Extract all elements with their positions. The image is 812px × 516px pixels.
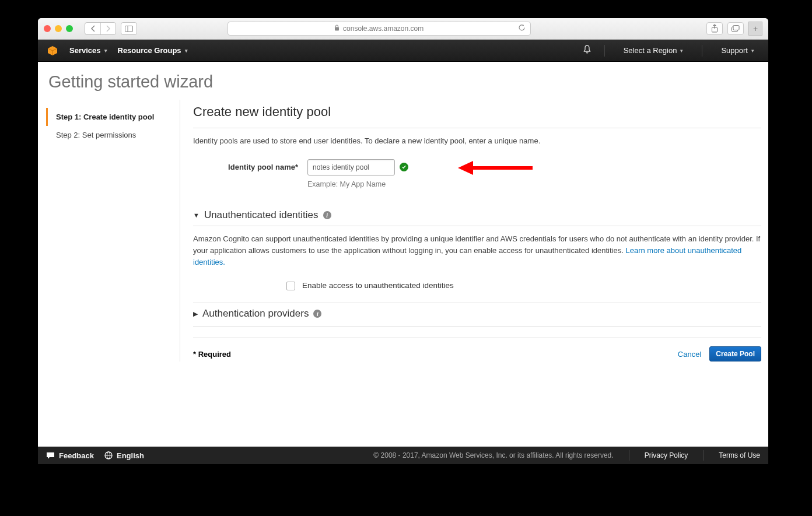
identity-pool-name-input[interactable]: [307, 159, 395, 175]
enable-unauth-label: Enable access to unauthenticated identit…: [302, 280, 454, 292]
page-title: Getting started wizard: [38, 62, 768, 100]
region-selector[interactable]: Select a Region ▾: [618, 46, 690, 55]
info-icon[interactable]: i: [313, 310, 321, 318]
chevron-down-icon: ▾: [751, 48, 754, 54]
resource-groups-label: Resource Groups: [118, 46, 181, 55]
show-sidebar-button[interactable]: [121, 22, 137, 35]
divider: [629, 450, 629, 461]
chevron-down-icon: ▾: [185, 48, 188, 54]
support-label: Support: [721, 46, 748, 55]
chrome-right: +: [706, 22, 762, 36]
window-controls: [44, 25, 73, 32]
divider: [193, 327, 761, 327]
wizard-steps-sidebar: Step 1: Create identity pool Step 2: Set…: [46, 100, 180, 361]
region-label: Select a Region: [624, 46, 677, 55]
example-hint: Example: My App Name: [307, 180, 395, 188]
feedback-button[interactable]: Feedback: [46, 451, 94, 460]
enable-unauth-row: Enable access to unauthenticated identit…: [193, 280, 761, 292]
divider: [604, 45, 605, 57]
browser-chrome: console.aws.amazon.com +: [38, 18, 768, 40]
section-heading: Create new identity pool: [193, 104, 761, 120]
unauthenticated-section-header[interactable]: ▼ Unauthenticated identities i: [193, 205, 761, 226]
aws-top-nav: Services ▾ Resource Groups ▾ Select a Re…: [38, 40, 768, 62]
terms-of-use-link[interactable]: Terms of Use: [719, 451, 760, 459]
info-icon[interactable]: i: [323, 211, 331, 219]
privacy-policy-link[interactable]: Privacy Policy: [645, 451, 688, 459]
language-label: English: [117, 451, 144, 460]
minimize-window-icon[interactable]: [55, 25, 62, 32]
enable-unauth-checkbox[interactable]: [286, 282, 295, 290]
chevron-down-icon: ▾: [680, 48, 683, 54]
tabs-button[interactable]: [727, 22, 744, 35]
lock-icon: [334, 24, 340, 33]
language-selector[interactable]: English: [104, 451, 144, 460]
svg-rect-2: [335, 27, 339, 31]
back-button[interactable]: [85, 23, 100, 34]
copyright-text: © 2008 - 2017, Amazon Web Services, Inc.…: [373, 451, 613, 459]
unauth-heading: Unauthenticated identities: [204, 209, 318, 221]
required-note: * Required: [193, 350, 231, 359]
chevron-down-icon: ▾: [104, 48, 107, 54]
svg-rect-5: [733, 26, 739, 30]
footer-bar: Feedback English © 2008 - 2017, Amazon W…: [38, 447, 768, 464]
new-tab-button[interactable]: +: [748, 22, 762, 36]
triangle-right-icon: ▶: [193, 310, 198, 318]
divider: [702, 45, 702, 57]
divider: [703, 450, 704, 461]
reload-icon[interactable]: [518, 24, 526, 33]
share-button[interactable]: [706, 22, 723, 35]
wizard-step-2[interactable]: Step 2: Set permissions: [46, 126, 180, 144]
nav-buttons: [85, 22, 116, 35]
browser-window: console.aws.amazon.com + Services ▾ Reso…: [38, 18, 768, 464]
auth-providers-heading: Authentication providers: [202, 308, 309, 320]
notifications-icon[interactable]: [583, 45, 592, 56]
svg-rect-0: [125, 26, 133, 31]
wizard-step-1[interactable]: Step 1: Create identity pool: [46, 108, 180, 126]
auth-providers-section-header[interactable]: ▶ Authentication providers i: [193, 303, 761, 324]
identity-pool-name-label: Identity pool name*: [193, 159, 298, 171]
services-label: Services: [69, 46, 101, 55]
unauth-section-body: Amazon Cognito can support unauthenticat…: [193, 226, 761, 303]
feedback-label: Feedback: [59, 451, 94, 460]
aws-logo-icon[interactable]: [46, 44, 59, 57]
check-circle-icon: [400, 163, 408, 171]
main-content: Create new identity pool Identity pools …: [180, 100, 765, 361]
forward-button[interactable]: [100, 23, 116, 34]
triangle-down-icon: ▼: [193, 212, 200, 219]
cancel-button[interactable]: Cancel: [678, 350, 701, 359]
maximize-window-icon[interactable]: [66, 25, 73, 32]
close-window-icon[interactable]: [44, 25, 51, 32]
url-text: console.aws.amazon.com: [343, 24, 424, 33]
form-footer: * Required Cancel Create Pool: [193, 338, 761, 361]
url-bar[interactable]: console.aws.amazon.com: [228, 22, 531, 36]
section-description: Identity pools are used to store end use…: [193, 136, 761, 145]
page-body: Getting started wizard Step 1: Create id…: [38, 62, 768, 447]
divider: [193, 128, 761, 128]
resource-groups-menu[interactable]: Resource Groups ▾: [118, 46, 188, 55]
support-menu[interactable]: Support ▾: [715, 46, 760, 55]
services-menu[interactable]: Services ▾: [69, 46, 107, 55]
identity-pool-name-row: Identity pool name* Example: My App Name: [193, 159, 761, 188]
create-pool-button[interactable]: Create Pool: [709, 346, 761, 361]
